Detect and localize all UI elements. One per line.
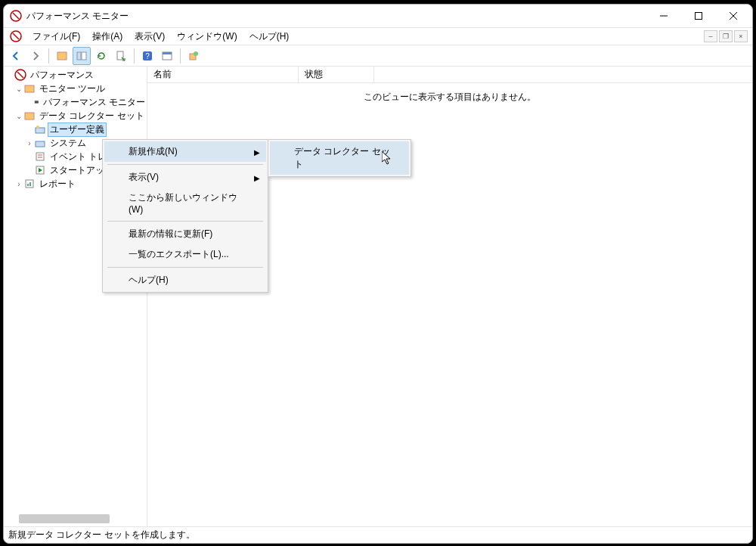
startup-icon bbox=[34, 164, 46, 176]
tree-label: システム bbox=[48, 137, 88, 150]
close-button[interactable] bbox=[716, 5, 751, 27]
ctx-label: 表示(V) bbox=[129, 172, 159, 182]
app-icon bbox=[10, 10, 22, 22]
column-name[interactable]: 名前 bbox=[147, 67, 299, 82]
folder-icon bbox=[23, 82, 36, 95]
tree-user-defined[interactable]: ユーザー定義 bbox=[4, 123, 147, 136]
tree-root[interactable]: パフォーマンス bbox=[4, 68, 147, 82]
show-hide-panel-button[interactable] bbox=[73, 47, 91, 65]
mdi-minimize-button[interactable]: – bbox=[704, 30, 717, 42]
svg-rect-9 bbox=[77, 52, 81, 60]
collapse-icon[interactable]: ⌄ bbox=[14, 85, 23, 93]
status-text: 新規データ コレクター セットを作成します。 bbox=[8, 529, 195, 541]
user-defined-icon bbox=[34, 123, 46, 135]
tree-scrollbar[interactable] bbox=[19, 514, 110, 523]
reports-icon bbox=[23, 178, 36, 190]
monitor-icon bbox=[34, 96, 39, 108]
ctx-separator bbox=[107, 221, 263, 222]
toolbar-separator bbox=[180, 48, 181, 64]
tree-label: モニター ツール bbox=[38, 82, 107, 95]
tree-root-label: パフォーマンス bbox=[29, 69, 95, 82]
ctx-label: ここから新しいウィンドウ(W) bbox=[129, 192, 237, 215]
ctx-help[interactable]: ヘルプ(H) bbox=[104, 270, 266, 290]
content-area: パフォーマンス ⌄ モニター ツール パフォーマンス モニター ⌄ データ コレ… bbox=[4, 67, 752, 526]
svg-rect-23 bbox=[36, 128, 45, 133]
forward-button[interactable] bbox=[26, 47, 45, 65]
ctx-separator bbox=[107, 164, 263, 165]
ctx-refresh[interactable]: 最新の情報に更新(F) bbox=[104, 224, 266, 244]
context-menu: 新規作成(N) ▶ 表示(V) ▶ ここから新しいウィンドウ(W) 最新の情報に… bbox=[102, 139, 268, 293]
menu-file[interactable]: ファイル(F) bbox=[26, 29, 86, 45]
list-view: 名前 状態 このビューに表示する項目はありません。 bbox=[147, 67, 752, 526]
menu-window[interactable]: ウィンドウ(W) bbox=[171, 29, 243, 45]
svg-rect-32 bbox=[29, 182, 31, 186]
tree-label: ユーザー定義 bbox=[48, 123, 106, 136]
toolbar-separator bbox=[134, 48, 135, 64]
mdi-restore-button[interactable]: ❐ bbox=[719, 30, 733, 42]
svg-rect-31 bbox=[27, 184, 29, 186]
submenu-arrow-icon: ▶ bbox=[254, 147, 260, 156]
maximize-button[interactable] bbox=[681, 5, 716, 27]
svg-point-17 bbox=[194, 51, 198, 56]
tree-dcs[interactable]: ⌄ データ コレクター セット bbox=[4, 109, 147, 123]
event-trace-icon bbox=[34, 150, 46, 163]
context-submenu: データ コレクター セット bbox=[268, 139, 411, 177]
tree-monitor-tools[interactable]: ⌄ モニター ツール bbox=[4, 82, 147, 95]
empty-message: このビューに表示する項目はありません。 bbox=[147, 91, 752, 104]
tree-label: パフォーマンス モニター bbox=[42, 96, 147, 109]
svg-rect-10 bbox=[82, 52, 86, 60]
ctx-separator bbox=[107, 267, 263, 268]
help-button[interactable]: ? bbox=[138, 47, 156, 65]
perf-icon bbox=[14, 69, 26, 81]
window-title: パフォーマンス モニター bbox=[26, 10, 646, 23]
new-dcs-button[interactable] bbox=[184, 47, 203, 65]
ctx-export[interactable]: 一覧のエクスポート(L)... bbox=[104, 244, 266, 265]
list-header: 名前 状態 bbox=[147, 67, 752, 83]
tree-label: レポート bbox=[38, 178, 77, 191]
menu-view[interactable]: 表示(V) bbox=[129, 29, 171, 45]
svg-rect-3 bbox=[696, 13, 702, 20]
svg-rect-22 bbox=[25, 113, 34, 119]
tree-panel: パフォーマンス ⌄ モニター ツール パフォーマンス モニター ⌄ データ コレ… bbox=[4, 67, 147, 526]
tree-label: イベント トレ bbox=[48, 150, 108, 163]
svg-rect-25 bbox=[36, 141, 45, 147]
properties-button[interactable] bbox=[158, 47, 176, 65]
submenu-arrow-icon: ▶ bbox=[254, 173, 260, 181]
export-button[interactable] bbox=[112, 47, 130, 65]
menubar: ファイル(F) 操作(A) 表示(V) ウィンドウ(W) ヘルプ(H) – ❐ … bbox=[4, 27, 752, 45]
tree-perf-monitor[interactable]: パフォーマンス モニター bbox=[4, 95, 147, 109]
ctx-new-window[interactable]: ここから新しいウィンドウ(W) bbox=[104, 188, 266, 219]
column-status[interactable]: 状態 bbox=[299, 67, 374, 82]
svg-rect-20 bbox=[25, 85, 34, 92]
svg-rect-26 bbox=[36, 153, 44, 160]
status-bar: 新規データ コレクター セットを作成します。 bbox=[4, 526, 752, 543]
ctx-label: 新規作成(N) bbox=[129, 146, 178, 157]
ctx-new[interactable]: 新規作成(N) ▶ bbox=[104, 141, 266, 162]
toolbar-separator bbox=[48, 48, 49, 64]
app-window: パフォーマンス モニター ファイル(F) 操作(A) 表示(V) ウィンドウ(W… bbox=[3, 4, 753, 544]
menu-action[interactable]: 操作(A) bbox=[86, 29, 129, 45]
collapse-icon[interactable]: ⌄ bbox=[14, 112, 23, 120]
expand-icon[interactable]: › bbox=[14, 180, 23, 188]
back-button[interactable] bbox=[7, 47, 25, 65]
refresh-button[interactable] bbox=[92, 47, 110, 65]
expand-icon[interactable]: › bbox=[25, 139, 34, 147]
ctx-label: データ コレクター セット bbox=[294, 146, 390, 169]
menu-help[interactable]: ヘルプ(H) bbox=[243, 29, 296, 45]
ctx-label: 最新の情報に更新(F) bbox=[129, 228, 212, 239]
ctx-sub-dcs[interactable]: データ コレクター セット bbox=[270, 141, 409, 175]
menubar-app-icon bbox=[10, 30, 22, 42]
tree-label: データ コレクター セット bbox=[38, 110, 146, 123]
svg-rect-15 bbox=[163, 52, 172, 54]
folder-icon bbox=[23, 110, 36, 122]
mdi-close-button[interactable]: × bbox=[734, 30, 748, 42]
minimize-button[interactable] bbox=[646, 5, 681, 27]
system-icon bbox=[34, 137, 46, 149]
ctx-label: 一覧のエクスポート(L)... bbox=[129, 249, 229, 259]
mdi-controls: – ❐ × bbox=[704, 30, 749, 42]
show-tree-button[interactable] bbox=[53, 47, 71, 65]
svg-point-24 bbox=[36, 126, 39, 129]
ctx-view[interactable]: 表示(V) ▶ bbox=[104, 167, 266, 188]
svg-text:?: ? bbox=[145, 52, 150, 60]
titlebar: パフォーマンス モニター bbox=[4, 5, 752, 27]
